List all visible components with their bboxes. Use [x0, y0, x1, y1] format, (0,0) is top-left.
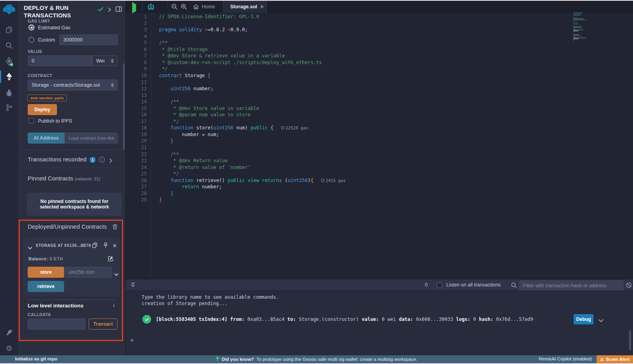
sidebar-item-debugger[interactable]	[0, 87, 18, 99]
gas-limit-label: GAS LIMIT	[28, 19, 50, 23]
zoom-in-button[interactable]	[180, 3, 188, 12]
clear-deployed-trash-icon[interactable]	[112, 224, 118, 231]
low-level-info-icon[interactable]: i	[113, 303, 114, 309]
tab-home[interactable]: Home	[189, 1, 219, 13]
remix-logo[interactable]	[0, 3, 18, 16]
clear-console-icon[interactable]	[626, 282, 632, 290]
pin-panel-icon[interactable]	[116, 6, 122, 13]
code-line[interactable]: contract Storage {	[159, 72, 210, 79]
contract-select[interactable]: Storage - contracts/Storage.sol	[28, 80, 118, 91]
transaction-log-line[interactable]: [block:5583405 txIndex:4] from: 0xa03...…	[156, 317, 533, 322]
sidebar-item-file-explorer[interactable]	[0, 24, 18, 36]
contract-label: CONTRACT	[28, 73, 52, 78]
sidebar-item-git[interactable]	[0, 101, 18, 114]
code-editor-content[interactable]: // SPDX-License-Identifier: GPL-3.0pragm…	[159, 13, 605, 279]
transactions-expand-chevron-icon[interactable]	[109, 157, 112, 165]
zoom-out-button[interactable]	[171, 3, 178, 12]
store-args-input[interactable]	[64, 267, 112, 278]
tab-storage-sol-active[interactable]: Storage.sol ✕	[223, 1, 267, 13]
store-function-button[interactable]: store	[28, 267, 64, 278]
remix-ide-window: ⚙ DEPLOY & RUN TRANSACTIONS GAS LIMIT Es…	[0, 0, 633, 364]
custom-gas-radio[interactable]	[28, 37, 34, 43]
sidebar-item-settings[interactable]: ⚙	[0, 342, 18, 355]
at-address-button[interactable]: At Address	[28, 133, 64, 144]
code-line[interactable]: * @custom:dev-run-script ./scripts/deplo…	[159, 59, 322, 66]
line-number: 19	[141, 131, 147, 138]
code-line[interactable]: }	[159, 190, 173, 197]
code-line[interactable]: function store(uint256 num) public {2252…	[159, 125, 308, 131]
ai-copilot-button[interactable]	[147, 3, 155, 12]
transact-button[interactable]: Transact	[89, 318, 118, 330]
editor-minimap[interactable]	[573, 13, 597, 44]
pin-contract-icon[interactable]	[103, 242, 108, 250]
debug-button[interactable]: Debug	[574, 314, 593, 324]
sidebar-item-search[interactable]	[0, 39, 18, 52]
terminal-filter-input[interactable]	[519, 281, 624, 290]
transactions-info-icon[interactable]: i	[99, 157, 105, 163]
code-line[interactable]: }	[159, 197, 162, 203]
publish-ipfs-checkbox[interactable]	[28, 118, 34, 123]
estimated-gas-radio[interactable]	[28, 25, 34, 30]
gas-estimate-badge: 22520 gas	[281, 125, 308, 130]
code-line[interactable]: * @dev Store & retrieve value in a varia…	[159, 53, 285, 59]
code-line[interactable]: /**	[159, 40, 168, 46]
unit-stepper-icon	[111, 59, 114, 63]
collapse-terminal-button[interactable]	[131, 282, 135, 290]
code-line[interactable]: */	[159, 118, 179, 125]
code-line[interactable]: pragma solidity >=0.8.2 <0.9.0;	[159, 27, 248, 33]
line-number: 26	[141, 177, 147, 184]
code-line[interactable]: * @title Storage	[159, 46, 208, 53]
search-icon	[5, 42, 13, 49]
play-icon	[132, 2, 136, 13]
scam-alert-button[interactable]: ⚠ Scam Alert	[597, 355, 633, 363]
close-tab-icon[interactable]: ✕	[260, 4, 264, 9]
line-number: 27	[141, 184, 147, 190]
terminal-scrollbar[interactable]	[629, 330, 631, 350]
value-unit-select[interactable]: Wei	[92, 55, 118, 66]
toolbar-separator	[168, 2, 168, 11]
code-line[interactable]: /**	[159, 151, 179, 158]
code-line[interactable]: * @dev Store value in variable	[159, 105, 259, 112]
line-number: 9	[144, 66, 147, 72]
code-line[interactable]: // SPDX-License-Identifier: GPL-3.0	[159, 13, 259, 20]
tab-storage-label: Storage.sol	[230, 4, 257, 9]
panel-scrollbar[interactable]	[123, 63, 125, 150]
edit-balance-icon[interactable]	[108, 255, 114, 263]
code-line[interactable]: function retrieve() public view returns …	[159, 177, 346, 184]
code-line[interactable]: * @return value of 'number'	[159, 164, 250, 171]
code-line[interactable]: number = num;	[159, 131, 219, 138]
panel-forward-chevron-icon[interactable]	[108, 7, 111, 14]
copilot-status[interactable]: RemixAI Copilot (enabled)	[539, 356, 592, 361]
code-line[interactable]: }	[159, 138, 173, 144]
deploy-button[interactable]: Deploy	[28, 104, 57, 115]
copy-address-icon[interactable]	[92, 242, 98, 250]
calldata-input[interactable]	[28, 318, 85, 330]
custom-gas-input[interactable]	[59, 34, 118, 45]
init-git-repo-button[interactable]: Initialize as git repo	[15, 356, 57, 361]
code-line[interactable]: return number;	[159, 184, 222, 190]
terminal-search-icon[interactable]	[511, 282, 517, 290]
contract-collapse-chevron-icon[interactable]	[28, 244, 32, 251]
code-line[interactable]: uint256 number;	[159, 85, 213, 92]
code-line[interactable]: /**	[159, 99, 179, 105]
sidebar-item-plugin-manager[interactable]	[0, 326, 18, 339]
retrieve-function-button[interactable]: retrieve	[28, 281, 64, 292]
line-number: 16	[141, 112, 147, 118]
run-script-button[interactable]	[132, 4, 136, 11]
remove-contract-close-icon[interactable]: ✕	[112, 243, 117, 249]
sidebar-item-solidity-compiler[interactable]	[0, 55, 18, 68]
icon-rail: ⚙	[0, 1, 18, 355]
code-line[interactable]: */	[159, 171, 179, 177]
value-input[interactable]	[28, 55, 92, 66]
at-address-input[interactable]	[64, 133, 118, 144]
listen-all-transactions-checkbox[interactable]	[437, 282, 442, 288]
code-line[interactable]: */	[159, 66, 168, 72]
line-number: 11	[141, 79, 147, 86]
terminal-prompt[interactable]: >	[131, 337, 133, 343]
code-line[interactable]: * @dev Return value	[159, 157, 227, 164]
pinned-contracts-title: Pinned Contracts (network: 31)	[28, 175, 100, 182]
expand-tx-chevron-icon[interactable]	[598, 317, 604, 324]
bug-icon	[5, 89, 13, 97]
expand-args-chevron-icon[interactable]	[114, 271, 119, 278]
code-line[interactable]: * @param num value to store	[159, 112, 250, 118]
